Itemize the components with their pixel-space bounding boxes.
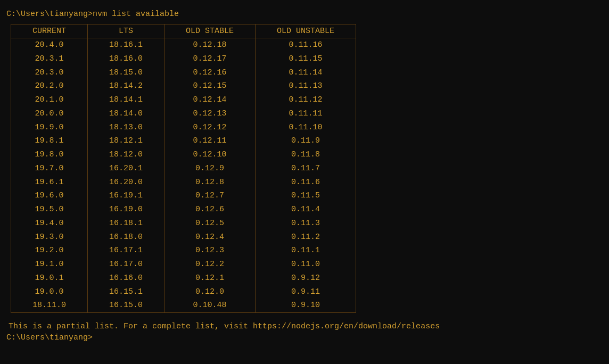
table-row: 20.0.018.14.00.12.130.11.11 [11, 107, 356, 121]
version-table-container: CURRENT LTS OLD STABLE OLD UNSTABLE 20.4… [11, 24, 356, 313]
table-cell: 18.14.2 [88, 79, 164, 93]
table-cell: 0.12.10 [164, 148, 256, 162]
table-row: 19.2.016.17.10.12.30.11.1 [11, 244, 356, 258]
prompt-after: C:\Users\tianyang> [6, 333, 603, 342]
table-cell: 0.12.7 [164, 189, 256, 203]
table-row: 19.0.116.16.00.12.10.9.12 [11, 271, 356, 285]
table-cell: 19.5.0 [11, 203, 88, 217]
table-cell: 20.3.0 [11, 66, 88, 80]
table-row: 20.4.018.16.10.12.180.11.16 [11, 38, 356, 52]
table-cell: 0.10.48 [164, 299, 256, 312]
version-table: CURRENT LTS OLD STABLE OLD UNSTABLE 20.4… [11, 24, 356, 312]
table-row: 19.8.118.12.10.12.110.11.9 [11, 134, 356, 148]
table-cell: 0.12.5 [164, 217, 256, 230]
table-row: 20.2.018.14.20.12.150.11.13 [11, 79, 356, 93]
table-row: 20.3.018.15.00.12.160.11.14 [11, 66, 356, 80]
table-cell: 19.7.0 [11, 162, 88, 176]
table-cell: 0.11.11 [256, 107, 356, 121]
table-cell: 0.12.6 [164, 203, 256, 217]
table-cell: 0.9.11 [256, 285, 356, 299]
table-cell: 18.13.0 [88, 121, 164, 135]
table-cell: 0.12.1 [164, 271, 256, 285]
table-cell: 20.4.0 [11, 38, 88, 52]
table-cell: 0.12.15 [164, 79, 256, 93]
table-row: 19.3.016.18.00.12.40.11.2 [11, 230, 356, 244]
table-cell: 19.6.1 [11, 176, 88, 189]
table-cell: 19.2.0 [11, 244, 88, 258]
table-cell: 0.12.13 [164, 107, 256, 121]
table-cell: 20.0.0 [11, 107, 88, 121]
table-row: 19.5.016.19.00.12.60.11.4 [11, 203, 356, 217]
table-cell: 19.4.0 [11, 217, 88, 230]
table-row: 19.9.018.13.00.12.120.11.10 [11, 121, 356, 135]
table-row: 19.1.016.17.00.12.20.11.0 [11, 258, 356, 271]
table-cell: 18.11.0 [11, 299, 88, 312]
table-row: 20.1.018.14.10.12.140.11.12 [11, 93, 356, 107]
table-cell: 0.11.13 [256, 79, 356, 93]
footer-text: This is a partial list. For a complete l… [9, 322, 440, 331]
table-cell: 0.12.16 [164, 66, 256, 80]
table-cell: 0.11.2 [256, 230, 356, 244]
table-cell: 16.15.0 [88, 299, 164, 312]
table-cell: 0.11.0 [256, 258, 356, 271]
table-cell: 0.11.8 [256, 148, 356, 162]
table-cell: 19.9.0 [11, 121, 88, 135]
table-cell: 18.15.0 [88, 66, 164, 80]
table-cell: 0.12.14 [164, 93, 256, 107]
table-cell: 0.12.18 [164, 38, 256, 52]
table-cell: 16.18.1 [88, 217, 164, 230]
table-cell: 0.12.9 [164, 162, 256, 176]
table-cell: 20.3.1 [11, 52, 88, 66]
table-cell: 19.1.0 [11, 258, 88, 271]
table-cell: 0.11.12 [256, 93, 356, 107]
table-cell: 0.12.2 [164, 258, 256, 271]
table-cell: 20.1.0 [11, 93, 88, 107]
table-cell: 0.11.4 [256, 203, 356, 217]
table-cell: 19.0.1 [11, 271, 88, 285]
footer-note: This is a partial list. For a complete l… [6, 322, 603, 331]
table-row: 19.8.018.12.00.12.100.11.8 [11, 148, 356, 162]
table-cell: 0.12.3 [164, 244, 256, 258]
table-cell: 16.17.1 [88, 244, 164, 258]
table-cell: 20.2.0 [11, 79, 88, 93]
table-cell: 0.12.12 [164, 121, 256, 135]
table-cell: 19.6.0 [11, 189, 88, 203]
table-cell: 16.19.0 [88, 203, 164, 217]
table-cell: 0.12.11 [164, 134, 256, 148]
table-cell: 16.20.0 [88, 176, 164, 189]
table-cell: 18.14.0 [88, 107, 164, 121]
table-row: 19.4.016.18.10.12.50.11.3 [11, 217, 356, 230]
table-header-row: CURRENT LTS OLD STABLE OLD UNSTABLE [11, 24, 356, 38]
table-cell: 0.11.7 [256, 162, 356, 176]
table-cell: 0.12.4 [164, 230, 256, 244]
table-cell: 16.16.0 [88, 271, 164, 285]
table-cell: 0.11.15 [256, 52, 356, 66]
table-row: 19.7.016.20.10.12.90.11.7 [11, 162, 356, 176]
table-cell: 19.3.0 [11, 230, 88, 244]
table-row: 19.0.016.15.10.12.00.9.11 [11, 285, 356, 299]
table-cell: 0.11.1 [256, 244, 356, 258]
table-cell: 18.16.0 [88, 52, 164, 66]
table-cell: 0.12.17 [164, 52, 256, 66]
table-cell: 0.11.5 [256, 189, 356, 203]
col-header-old-stable: OLD STABLE [164, 24, 256, 38]
table-cell: 0.9.10 [256, 299, 356, 312]
terminal-window: C:\Users\tianyang>nvm list available CUR… [0, 5, 609, 346]
table-cell: 16.18.0 [88, 230, 164, 244]
table-body: 20.4.018.16.10.12.180.11.1620.3.118.16.0… [11, 38, 356, 313]
table-cell: 0.9.12 [256, 271, 356, 285]
table-cell: 18.16.1 [88, 38, 164, 52]
table-cell: 0.12.8 [164, 176, 256, 189]
table-row: 18.11.016.15.00.10.480.9.10 [11, 299, 356, 312]
table-cell: 19.8.1 [11, 134, 88, 148]
table-cell: 18.14.1 [88, 93, 164, 107]
table-cell: 0.11.9 [256, 134, 356, 148]
table-cell: 0.11.10 [256, 121, 356, 135]
col-header-old-unstable: OLD UNSTABLE [256, 24, 356, 38]
table-cell: 19.0.0 [11, 285, 88, 299]
col-header-lts: LTS [88, 24, 164, 38]
table-cell: 18.12.0 [88, 148, 164, 162]
col-header-current: CURRENT [11, 24, 88, 38]
table-cell: 0.11.14 [256, 66, 356, 80]
table-cell: 0.11.6 [256, 176, 356, 189]
